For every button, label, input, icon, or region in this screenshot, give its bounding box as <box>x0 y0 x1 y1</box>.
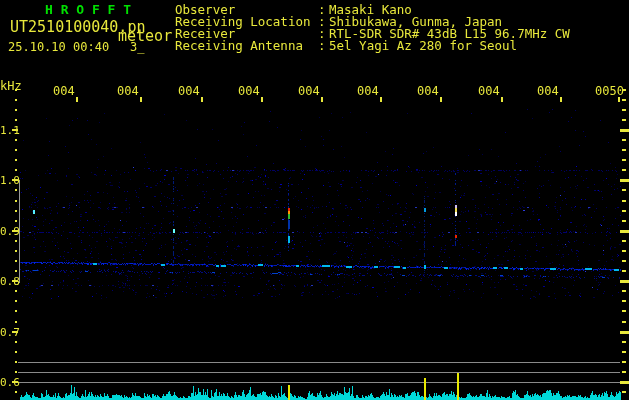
spectrogram-canvas <box>0 0 629 400</box>
info-label-antenna: Receiving Antenna <box>175 40 303 53</box>
datetime-label: 25.10.10 00:40 <box>8 41 109 53</box>
info-value-antenna: 5el Yagi Az 280 for Seoul <box>329 40 517 53</box>
freq-tick-label: 1.0 <box>0 174 20 187</box>
time-tick-label: 0048 <box>478 84 500 97</box>
time-tick-label: 0044 <box>238 84 260 97</box>
mode-label: meteor <box>118 29 172 44</box>
freq-tick-label: 0.9 <box>0 225 20 238</box>
info-colon: : <box>318 40 326 53</box>
freq-tick-label: 0.6 <box>0 376 20 389</box>
hrofft-screen: H R O F F T UT2510100040.pn meteor 25.10… <box>0 0 629 400</box>
time-tick-label: 0046 <box>357 84 379 97</box>
time-tick-label: 0042 <box>117 84 139 97</box>
freq-tick-label: 1.1 <box>0 124 20 137</box>
freq-tick-label: 0.8 <box>0 275 20 288</box>
time-tick-label: 0049 <box>537 84 559 97</box>
app-title: H R O F F T <box>45 3 131 16</box>
time-tick-label: 0043 <box>178 84 200 97</box>
time-tick-label: 0045 <box>298 84 320 97</box>
time-tick-label: 0041 <box>53 84 75 97</box>
freq-tick-label: 0.7 <box>0 326 20 339</box>
freq-axis-unit: kHz <box>0 80 22 92</box>
time-tick-label: 0047 <box>417 84 439 97</box>
echo-count: 3_ <box>130 41 144 53</box>
time-tick-label: 0050 <box>595 84 625 97</box>
